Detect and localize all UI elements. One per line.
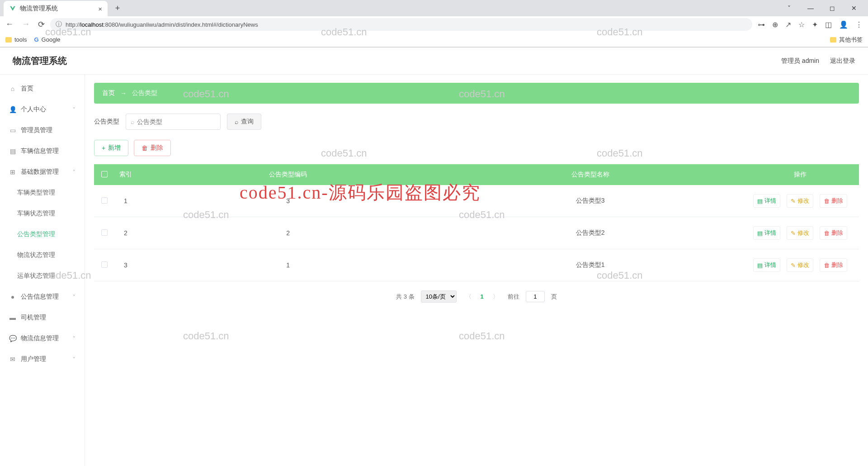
- breadcrumb-current: 公告类型: [132, 89, 157, 97]
- goto-prefix: 前往: [508, 293, 519, 301]
- detail-button[interactable]: ▤详情: [753, 258, 780, 272]
- breadcrumb-home[interactable]: 首页: [102, 89, 115, 97]
- edit-button[interactable]: ✎修改: [787, 194, 813, 208]
- next-page-icon[interactable]: 〉: [490, 293, 501, 301]
- nav-icon: ⌂: [9, 85, 16, 92]
- select-all-checkbox[interactable]: [101, 171, 108, 177]
- profile-avatar-icon[interactable]: 👤: [839, 20, 848, 29]
- chevron-icon: ˅: [73, 357, 75, 362]
- sidebar-sub-item[interactable]: 车辆状态管理: [0, 203, 85, 224]
- sidebar-item[interactable]: ⊞基础数据管理˄: [0, 162, 85, 182]
- sidebar-item[interactable]: ▤车辆信息管理: [0, 141, 85, 162]
- share-icon[interactable]: ↗: [785, 20, 791, 29]
- sidebar-item[interactable]: ●公告信息管理˅: [0, 286, 85, 307]
- table-header: 公告类型名称: [439, 164, 742, 185]
- filter-input-wrap: ⌕: [126, 114, 221, 130]
- bookmarks-bar: tools GGoogle 其他书签: [0, 33, 868, 47]
- close-window-icon[interactable]: ✕: [847, 5, 861, 12]
- sidebar-item-label: 基础数据管理: [21, 168, 59, 176]
- sidebar-item[interactable]: ▬司机管理: [0, 307, 85, 328]
- browser-chrome: 物流管理系统 × + ˅ — ◻ ✕ ← → ⟳ ⓘ http://localh…: [0, 0, 868, 48]
- delete-button-label: 删除: [151, 144, 163, 152]
- sidebar-item[interactable]: ▭管理员管理: [0, 120, 85, 141]
- row-delete-button[interactable]: 🗑删除: [820, 258, 847, 272]
- forward-icon[interactable]: →: [22, 19, 30, 29]
- detail-button[interactable]: ▤详情: [753, 226, 780, 240]
- goto-page-input[interactable]: [526, 291, 545, 302]
- table-header: 索引: [114, 164, 137, 185]
- edit-icon: ✎: [791, 198, 796, 204]
- main-content: 首页 → 公告类型 公告类型 ⌕ ⌕ 查询 + 新增: [85, 75, 868, 466]
- pager-total: 共 3 条: [396, 293, 414, 301]
- sidebar-item[interactable]: 💬物流信息管理˅: [0, 328, 85, 349]
- cell-index: 1: [114, 185, 137, 217]
- side-panel-icon[interactable]: ◫: [825, 20, 832, 29]
- cell-code: 2: [137, 217, 439, 249]
- site-info-icon[interactable]: ⓘ: [56, 20, 62, 29]
- sidebar-item[interactable]: ⌂首页: [0, 78, 85, 99]
- page-size-select[interactable]: 10条/页: [421, 290, 457, 303]
- table-header: 公告类型编码: [137, 164, 439, 185]
- nav-icon: ▭: [9, 127, 16, 134]
- tab-close-icon[interactable]: ×: [98, 5, 102, 13]
- sidebar-sub-item[interactable]: 物流状态管理: [0, 245, 85, 266]
- password-key-icon[interactable]: ⊶: [758, 20, 765, 29]
- prev-page-icon[interactable]: 〈: [463, 293, 474, 301]
- edit-icon: ✎: [791, 230, 796, 237]
- browser-tab[interactable]: 物流管理系统 ×: [4, 1, 108, 16]
- chevron-icon: ˅: [73, 294, 75, 300]
- table-row: 2 2 公告类型2 ▤详情 ✎修改 🗑删除: [94, 217, 859, 249]
- sidebar-item[interactable]: ✉用户管理˅: [0, 349, 85, 370]
- sidebar-sub-item[interactable]: 公告类型管理: [0, 224, 85, 245]
- table-header: 操作: [741, 164, 859, 185]
- doc-icon: ▤: [757, 262, 763, 269]
- bookmark-other[interactable]: 其他书签: [830, 36, 863, 44]
- logout-button[interactable]: 退出登录: [830, 57, 855, 65]
- bookmark-google[interactable]: GGoogle: [34, 36, 60, 43]
- trash-icon: 🗑: [142, 144, 148, 152]
- cell-index: 2: [114, 217, 137, 249]
- more-menu-icon[interactable]: ⋮: [855, 20, 863, 29]
- folder-icon: [830, 37, 836, 43]
- delete-button[interactable]: 🗑 删除: [134, 140, 171, 156]
- zoom-icon[interactable]: ⊕: [772, 20, 778, 29]
- row-delete-button[interactable]: 🗑删除: [820, 226, 847, 240]
- sidebar-item-label: 车辆信息管理: [21, 147, 59, 155]
- sidebar-sub-item[interactable]: 运单状态管理: [0, 266, 85, 286]
- trash-icon: 🗑: [824, 262, 830, 269]
- minimize-icon[interactable]: —: [804, 5, 817, 12]
- edit-button[interactable]: ✎修改: [787, 258, 813, 272]
- chevron-icon: ˅: [73, 107, 75, 113]
- row-delete-button[interactable]: 🗑删除: [820, 194, 847, 208]
- row-checkbox[interactable]: [101, 262, 108, 268]
- maximize-icon[interactable]: ◻: [826, 5, 839, 12]
- row-checkbox[interactable]: [101, 229, 108, 236]
- cell-index: 3: [114, 249, 137, 281]
- user-label[interactable]: 管理员 admin: [781, 57, 819, 65]
- google-icon: G: [34, 36, 38, 43]
- app: 物流管理系统 管理员 admin 退出登录 ⌂首页👤个人中心˅▭管理员管理▤车辆…: [0, 48, 868, 466]
- sidebar-sub-item[interactable]: 车辆类型管理: [0, 182, 85, 203]
- edit-icon: ✎: [791, 262, 796, 269]
- edit-button[interactable]: ✎修改: [787, 226, 813, 240]
- add-button[interactable]: + 新增: [94, 140, 128, 156]
- new-tab-button[interactable]: +: [111, 2, 124, 14]
- extensions-icon[interactable]: ✦: [812, 20, 818, 29]
- search-button[interactable]: ⌕ 查询: [227, 114, 261, 130]
- breadcrumb: 首页 → 公告类型: [94, 83, 859, 104]
- nav-icon: ⊞: [9, 168, 16, 176]
- bookmark-star-icon[interactable]: ☆: [798, 20, 805, 29]
- row-checkbox[interactable]: [101, 197, 108, 204]
- detail-button[interactable]: ▤详情: [753, 194, 780, 208]
- chevron-down-icon[interactable]: ˅: [782, 5, 796, 12]
- cell-code: 3: [137, 185, 439, 217]
- announcement-type-input[interactable]: [137, 118, 216, 125]
- bookmark-tools[interactable]: tools: [5, 36, 27, 43]
- url-input[interactable]: ⓘ http://localhost:8080/wuliuguanliwu/ad…: [50, 18, 752, 31]
- reload-icon[interactable]: ⟳: [38, 19, 45, 29]
- back-icon[interactable]: ←: [5, 19, 14, 29]
- nav-icon: ✉: [9, 356, 16, 363]
- current-page[interactable]: 1: [481, 293, 484, 300]
- nav-icon: ▤: [9, 147, 16, 155]
- sidebar-item[interactable]: 👤个人中心˅: [0, 99, 85, 120]
